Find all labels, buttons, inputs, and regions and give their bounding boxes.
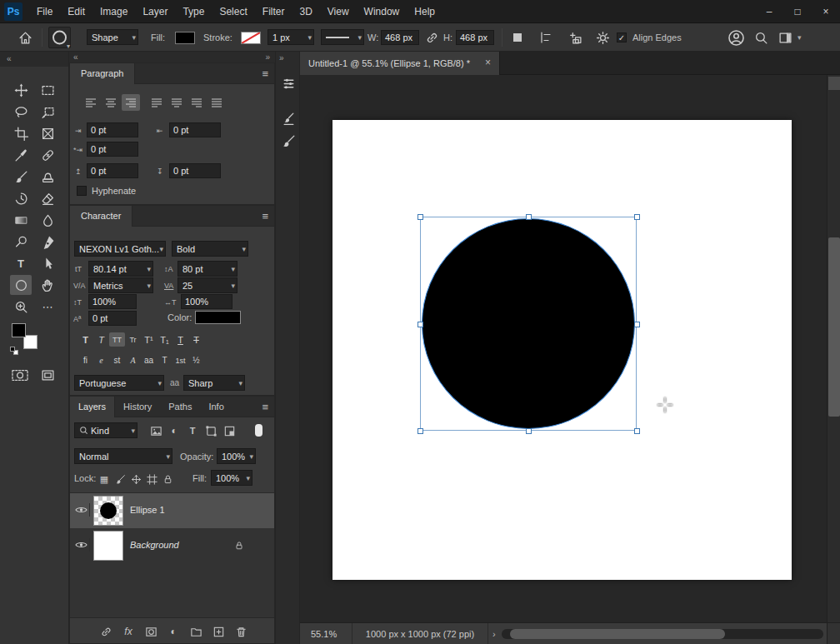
tool-hand[interactable] — [37, 275, 58, 295]
screen-mode-button[interactable] — [37, 365, 58, 385]
menu-item-3d[interactable]: 3D — [292, 0, 319, 23]
justify-last-center-button[interactable] — [168, 94, 186, 111]
layer-thumbnail[interactable] — [93, 531, 123, 561]
horizontal-scrollbar[interactable] — [502, 629, 823, 639]
filter-kind-select[interactable]: Kind ▾ — [74, 422, 138, 438]
search-button[interactable] — [752, 30, 769, 45]
tool-type[interactable]: T — [10, 253, 32, 273]
collapse-toolbar-icon[interactable]: « — [7, 54, 12, 63]
subscript-button[interactable]: T₁ — [157, 332, 172, 347]
expand-panels-icon[interactable]: » — [265, 52, 270, 62]
menu-item-layer[interactable]: Layer — [135, 0, 175, 23]
transform-handle-s[interactable] — [526, 428, 532, 434]
home-button[interactable] — [17, 30, 33, 45]
link-dimensions-button[interactable] — [423, 30, 440, 45]
close-tab-icon[interactable]: × — [482, 57, 494, 69]
brushes-panel-button[interactable] — [278, 131, 298, 151]
tool-crop[interactable] — [10, 123, 32, 143]
faux-italic-button[interactable]: T — [93, 332, 109, 347]
lock-all-button[interactable] — [160, 471, 175, 487]
foreground-color-swatch[interactable] — [12, 323, 26, 337]
align-right-button[interactable] — [122, 94, 140, 111]
baseline-shift-input[interactable]: 0 pt — [88, 311, 137, 326]
layer-thumbnail[interactable] — [93, 496, 123, 526]
all-caps-button[interactable]: TT — [109, 332, 125, 347]
properties-panel-button[interactable] — [278, 73, 298, 93]
lock-artboard-button[interactable] — [144, 471, 159, 487]
default-colors-icon[interactable] — [10, 347, 15, 352]
underline-button[interactable]: T — [172, 332, 188, 347]
menu-item-edit[interactable]: Edit — [60, 0, 92, 23]
layer-row-ellipse1[interactable]: Ellipse 1 — [70, 493, 274, 528]
align-edges-checkbox[interactable]: ✓ — [617, 32, 627, 42]
tool-preset-ellipse[interactable]: ▾ — [48, 27, 71, 48]
tool-clone-stamp[interactable] — [37, 167, 58, 187]
indent-left-input[interactable]: 0 pt — [87, 122, 138, 137]
tool-eyedropper[interactable] — [10, 145, 32, 165]
font-size-input[interactable]: 80.14 pt ▾ — [88, 261, 153, 277]
zoom-level-field[interactable]: 55.1% — [311, 623, 337, 644]
tab-paths[interactable]: Paths — [160, 397, 200, 417]
anti-alias-select[interactable]: Sharp ▾ — [183, 375, 245, 391]
maximize-button[interactable]: □ — [783, 0, 812, 23]
status-options-icon[interactable]: › — [492, 623, 496, 644]
fractions-button[interactable]: ½ — [188, 353, 204, 367]
panel-menu-icon[interactable]: ≡ — [262, 401, 268, 413]
layer-name[interactable]: Background — [130, 540, 179, 550]
new-adjustment-layer-button[interactable]: ◐ — [164, 623, 182, 640]
path-operations-button[interactable] — [508, 30, 527, 45]
lock-transparency-button[interactable]: ▦ — [97, 471, 112, 487]
filter-adjustment-layers-button[interactable]: ◐ — [165, 422, 183, 439]
transform-handle-e[interactable] — [634, 322, 640, 327]
minimize-button[interactable]: – — [755, 0, 783, 23]
ordinals-button[interactable]: 1st — [172, 353, 188, 367]
pasteboard[interactable] — [300, 75, 827, 622]
tool-gradient[interactable] — [10, 210, 32, 230]
faux-bold-button[interactable]: T — [78, 332, 93, 347]
vertical-scale-input[interactable]: 100% — [88, 294, 137, 309]
layer-row-background[interactable]: Background — [70, 528, 274, 563]
titling-alternates-button[interactable]: T — [157, 353, 172, 367]
link-layers-button[interactable] — [97, 623, 115, 640]
transform-handle-nw[interactable] — [418, 214, 423, 220]
tab-history[interactable]: History — [115, 397, 160, 417]
workspace-button[interactable] — [777, 30, 793, 45]
scrollbar-top-button[interactable] — [828, 77, 840, 90]
quick-mask-button[interactable] — [8, 365, 32, 385]
opacity-input[interactable]: 100% ▾ — [217, 448, 256, 464]
tool-brush[interactable] — [10, 167, 32, 187]
filtering-toggle[interactable] — [255, 424, 262, 437]
small-caps-button[interactable]: Tr — [125, 332, 141, 347]
path-arrangement-button[interactable] — [565, 30, 585, 45]
font-family-select[interactable]: NEXON Lv1 Goth... ▾ — [74, 241, 166, 257]
indent-first-line-input[interactable]: 0 pt — [87, 142, 138, 157]
menu-item-help[interactable]: Help — [407, 0, 442, 23]
standard-ligatures-button[interactable]: fi — [78, 353, 93, 367]
filter-type-layers-button[interactable]: T — [183, 422, 202, 439]
tool-frame[interactable] — [37, 123, 58, 143]
layer-visibility-toggle[interactable] — [73, 538, 90, 552]
language-select[interactable]: Portuguese ▾ — [74, 375, 164, 391]
stroke-style-select[interactable]: ▾ — [321, 29, 364, 45]
brush-settings-panel-button[interactable] — [278, 108, 298, 128]
transform-handle-ne[interactable] — [634, 214, 640, 220]
layer-effects-button[interactable]: fx — [119, 623, 138, 640]
tool-mode-select[interactable]: Shape ▾ — [87, 29, 138, 45]
menu-item-filter[interactable]: Filter — [255, 0, 292, 23]
shape-height-input[interactable]: 468 px — [456, 30, 494, 45]
tracking-select[interactable]: 25 ▾ — [178, 277, 238, 293]
discretionary-ligatures-button[interactable]: st — [109, 353, 125, 367]
tab-paragraph[interactable]: Paragraph — [70, 63, 135, 84]
justify-last-right-button[interactable] — [188, 94, 206, 111]
align-left-button[interactable] — [82, 94, 100, 111]
tool-path-selection[interactable] — [37, 253, 58, 273]
stroke-swatch[interactable] — [241, 32, 261, 44]
tool-rectangular-marquee[interactable] — [37, 80, 58, 100]
menu-item-image[interactable]: Image — [92, 0, 135, 23]
vertical-scrollbar-thumb[interactable] — [828, 237, 840, 417]
fill-swatch[interactable] — [175, 32, 195, 44]
superscript-button[interactable]: T¹ — [141, 332, 157, 347]
leading-input[interactable]: 80 pt ▾ — [178, 261, 238, 277]
close-window-button[interactable]: × — [812, 0, 840, 23]
menu-item-select[interactable]: Select — [212, 0, 254, 23]
